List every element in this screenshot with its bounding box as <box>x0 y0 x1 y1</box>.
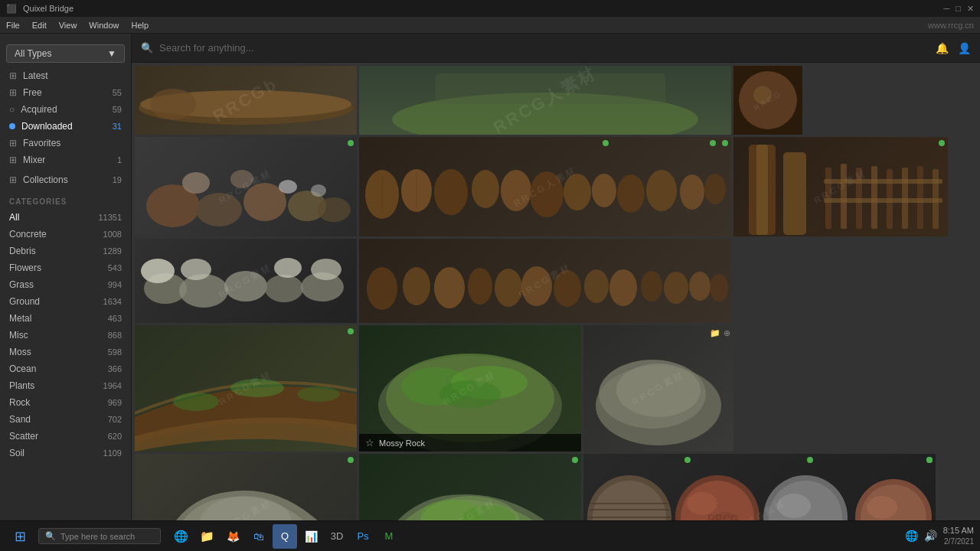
svg-point-52 <box>311 259 341 280</box>
sidebar-item-soil[interactable]: Soil 1109 <box>0 445 131 461</box>
sidebar-item-acquired[interactable]: ○ Acquired 59 <box>0 101 131 118</box>
taskbar-app-photoshop[interactable]: Ps <box>351 524 375 549</box>
taskbar-search-label: Type here to search <box>60 532 135 541</box>
svg-point-59 <box>554 270 581 307</box>
svg-point-21 <box>501 170 531 211</box>
rock-right-preview <box>583 325 733 452</box>
sidebar-item-metal[interactable]: Metal 463 <box>0 310 131 327</box>
type-selector-label: All Types <box>15 48 51 59</box>
svg-point-28 <box>704 174 726 204</box>
sidebar-item-grass[interactable]: Grass 994 <box>0 276 131 293</box>
menu-edit[interactable]: Edit <box>32 21 47 30</box>
menu-window[interactable]: Window <box>89 21 119 30</box>
asset-cell-sphere[interactable]: RRCG <box>733 66 802 135</box>
sphere-preview <box>733 66 802 135</box>
folder-icon[interactable]: 📁 <box>710 328 720 338</box>
sidebar-item-moss[interactable]: Moss 598 <box>0 344 131 360</box>
asset-cell-branch[interactable]: RRCGb <box>135 66 357 135</box>
collections-icon: ⊞ <box>9 174 17 185</box>
asset-cell-large-rock-left[interactable]: RRCG素材 <box>135 454 357 520</box>
sidebar-item-ocean[interactable]: Ocean 366 <box>0 360 131 377</box>
asset-cell-trunk-fence[interactable]: RRCG素材 <box>733 137 948 236</box>
sidebar-item-latest[interactable]: ⊞ Latest <box>0 67 131 84</box>
svg-point-53 <box>367 267 397 310</box>
asset-cell-rock-right[interactable]: 📁 ⊕ RRCG素材 <box>583 325 733 452</box>
sidebar-item-plants[interactable]: Plants 1964 <box>0 377 131 394</box>
close-button[interactable]: ✕ <box>967 4 974 14</box>
svg-point-22 <box>530 171 564 217</box>
sidebar-item-concrete[interactable]: Concrete 1008 <box>0 226 131 243</box>
taskbar-time-display: 8:15 AM <box>943 525 974 536</box>
star-button[interactable]: ☆ <box>365 437 374 448</box>
notification-icon[interactable]: 🔔 <box>936 42 949 54</box>
app-container: All Types ▼ ⊞ Latest ⊞ Free 55 ○ Acquire… <box>0 34 980 520</box>
sidebar-item-collections[interactable]: ⊞ Collections 19 <box>0 171 131 188</box>
svg-point-7 <box>753 86 772 104</box>
start-button[interactable]: ⊞ <box>6 525 34 548</box>
speaker-icon[interactable]: 🔊 <box>924 530 937 542</box>
asset-cell-pinecones-2[interactable]: RRCG素材 <box>359 239 731 323</box>
sidebar-item-rock[interactable]: Rock 969 <box>0 394 131 411</box>
asset-cell-pinecones[interactable]: RRCG人素材 <box>359 137 731 236</box>
expand-icon[interactable]: ⊕ <box>724 328 730 338</box>
taskbar-app-browser[interactable]: 🦊 <box>220 524 245 549</box>
taskbar-app-quixel[interactable]: Q <box>273 524 297 549</box>
svg-point-16 <box>311 184 326 197</box>
asset-cell-mossy-rock-2[interactable]: RRCG素材 <box>359 454 581 520</box>
asset-cell-spheres[interactable]: RRCG素材 <box>583 454 936 520</box>
svg-point-20 <box>472 170 499 208</box>
sidebar-item-ground[interactable]: Ground 1634 <box>0 293 131 310</box>
user-icon[interactable]: 👤 <box>958 42 971 54</box>
asset-cell-terrain[interactable]: RRCG人素材 <box>359 66 731 135</box>
svg-point-73 <box>439 380 501 408</box>
moss-count: 598 <box>108 347 122 357</box>
ground-label: Ground <box>9 296 40 307</box>
sidebar-item-free[interactable]: ⊞ Free 55 <box>0 84 131 101</box>
taskbar-app-edge[interactable]: 🌐 <box>168 524 193 549</box>
free-label: Free <box>23 87 42 98</box>
sidebar-item-flowers[interactable]: Flowers 543 <box>0 259 131 276</box>
network-icon[interactable]: 🌐 <box>905 530 918 542</box>
taskbar-app-3d[interactable]: 3D <box>325 524 349 549</box>
folder-action-icons: 📁 ⊕ <box>710 328 730 338</box>
sidebar-item-misc[interactable]: Misc 868 <box>0 327 131 344</box>
rocks-cluster-preview <box>135 137 357 236</box>
concrete-label: Concrete <box>9 229 47 240</box>
sidebar-item-mixer[interactable]: ⊞ Mixer 1 <box>0 152 131 168</box>
chevron-down-icon: ▼ <box>107 48 116 59</box>
asset-cell-mossy-log[interactable]: RRCG素材 <box>135 325 357 452</box>
type-selector[interactable]: All Types ▼ <box>6 44 125 63</box>
acquired-count: 59 <box>113 105 122 114</box>
svg-point-46 <box>224 271 267 302</box>
svg-point-47 <box>265 275 303 302</box>
taskbar-app-powerpoint[interactable]: 📊 <box>299 524 323 549</box>
svg-point-98 <box>867 496 897 519</box>
latest-label: Latest <box>23 70 48 81</box>
taskbar-search[interactable]: 🔍 Type here to search <box>38 528 161 544</box>
svg-rect-33 <box>783 152 806 235</box>
taskbar-app-maya[interactable]: M <box>377 524 401 549</box>
sidebar-item-favorites[interactable]: ⊞ Favorites <box>0 135 131 152</box>
maximize-button[interactable]: □ <box>956 4 961 14</box>
browser-icon: 🦊 <box>227 530 240 543</box>
asset-cell-mossy-rock[interactable]: RRCG素材 ☆ Mossy Rock <box>359 325 581 452</box>
sidebar-item-debris[interactable]: Debris 1289 <box>0 243 131 259</box>
sidebar-item-scatter[interactable]: Scatter 620 <box>0 428 131 445</box>
sidebar-item-sand[interactable]: Sand 702 <box>0 411 131 428</box>
minimize-button[interactable]: ─ <box>944 4 950 14</box>
sidebar-item-all[interactable]: All 11351 <box>0 209 131 226</box>
taskbar-app-folder[interactable]: 📁 <box>194 524 219 549</box>
menu-file[interactable]: File <box>6 21 20 30</box>
svg-rect-35 <box>841 164 847 229</box>
sidebar-item-downloaded[interactable]: Downloaded 31 <box>0 118 131 135</box>
sidebar: All Types ▼ ⊞ Latest ⊞ Free 55 ○ Acquire… <box>0 34 132 520</box>
menu-help[interactable]: Help <box>131 21 149 30</box>
plants-count: 1964 <box>103 381 122 390</box>
asset-cell-small-rocks[interactable]: RRCG素材 <box>135 239 357 323</box>
svg-rect-42 <box>824 179 942 184</box>
asset-cell-rocks-cluster[interactable]: RRCG素材 <box>135 137 357 236</box>
menu-view[interactable]: View <box>59 21 77 30</box>
taskbar-app-store[interactable]: 🛍 <box>247 524 271 549</box>
grass-count: 994 <box>108 280 122 289</box>
search-input[interactable] <box>159 42 929 54</box>
